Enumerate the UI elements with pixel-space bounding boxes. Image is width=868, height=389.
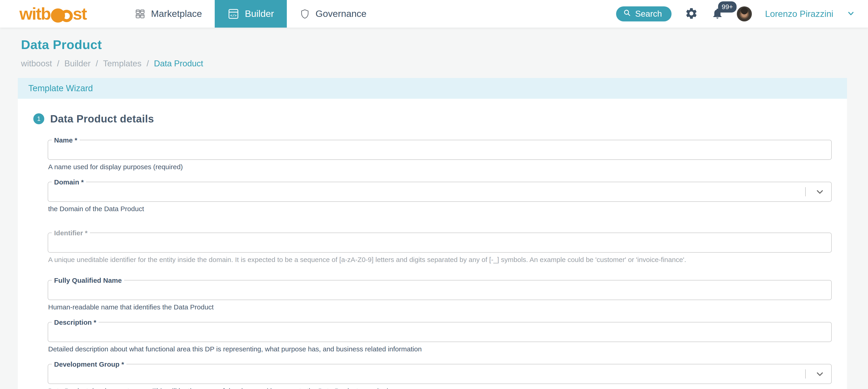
fully-qualified-name-input[interactable] [48, 281, 831, 300]
svg-text:</>: </> [230, 13, 237, 18]
development-group-select-value[interactable] [48, 364, 831, 384]
search-button[interactable]: Search [616, 6, 672, 22]
description-helper-text: Detailed description about what function… [48, 345, 832, 353]
breadcrumb: witboost / Builder / Templates / Data Pr… [21, 59, 847, 68]
breadcrumb-separator: / [147, 59, 149, 68]
builder-code-window-icon: </> [227, 8, 239, 20]
breadcrumb-witboost[interactable]: witboost [21, 59, 52, 68]
notifications-count-badge: 99+ [718, 1, 737, 12]
logo-circle-ring-icon [60, 10, 73, 22]
template-wizard-title: Template Wizard [28, 84, 93, 93]
user-name[interactable]: Lorenzo Pirazzini [765, 9, 833, 19]
witboost-logo[interactable]: witb st [20, 0, 87, 28]
logo-text-left: witb [20, 5, 51, 22]
development-group-field-label: Development Group * [52, 360, 126, 368]
search-label: Search [635, 9, 662, 19]
nav-item-builder[interactable]: </> Builder [215, 0, 287, 28]
fully-qualified-name-input-box: Fully Qualified Name [48, 280, 832, 300]
field-group-fully-qualified-name: Fully Qualified Name Human-readable name… [48, 280, 832, 312]
top-navbar: witb st Marketplace </> [0, 0, 868, 28]
wizard-card: 1 Data Product details Name * A name use… [18, 99, 847, 389]
name-helper-text: A name used for display purposes (requir… [48, 163, 832, 171]
identifier-field-label: Identifier * [52, 229, 90, 237]
nav-label-governance: Governance [316, 8, 367, 19]
domain-field-label: Domain * [52, 178, 86, 186]
main-content: Data Product witboost / Builder / Templa… [0, 37, 868, 389]
page-title: Data Product [21, 37, 847, 52]
breadcrumb-builder[interactable]: Builder [64, 59, 91, 68]
development-group-select[interactable]: Development Group * [48, 364, 832, 384]
field-group-development-group: Development Group * Data Product develop… [48, 364, 832, 389]
search-icon [623, 9, 631, 19]
form-fields: Name * A name used for display purposes … [48, 140, 832, 389]
user-menu-button[interactable] [846, 9, 855, 19]
identifier-input-box: Identifier * [48, 233, 832, 253]
description-input-box: Description * [48, 322, 832, 342]
name-field-label: Name * [52, 136, 80, 144]
nav-label-marketplace: Marketplace [151, 8, 202, 19]
nav-item-governance[interactable]: Governance [287, 0, 379, 28]
development-group-helper-text: Data Product development group. This wil… [48, 387, 832, 389]
fully-qualified-name-helper-text: Human-readable name that identifies the … [48, 303, 832, 312]
chevron-down-icon [846, 9, 855, 19]
identifier-input [48, 233, 831, 252]
field-group-description: Description * Detailed description about… [48, 322, 832, 353]
domain-helper-text: the Domain of the Data Product [48, 204, 832, 213]
step-title: Data Product details [50, 112, 154, 125]
gear-icon [685, 7, 698, 21]
field-group-identifier: Identifier * A unique uneditable identif… [48, 233, 832, 264]
marketplace-grid-icon [135, 8, 146, 20]
template-wizard-header: Template Wizard [18, 78, 847, 99]
breadcrumb-current: Data Product [154, 59, 203, 68]
settings-button[interactable] [685, 7, 698, 21]
description-input[interactable] [48, 322, 831, 342]
navbar-right-actions: Search 99+ Lorenzo Pirazzini [616, 0, 855, 28]
nav-label-builder: Builder [245, 8, 274, 19]
step-header: 1 Data Product details [33, 112, 847, 125]
name-input[interactable] [48, 140, 831, 159]
domain-select[interactable]: Domain * [48, 182, 832, 202]
nav-item-marketplace[interactable]: Marketplace [122, 0, 215, 28]
description-field-label: Description * [52, 319, 99, 326]
identifier-helper-text: A unique uneditable identifier for the e… [48, 255, 832, 264]
breadcrumb-templates[interactable]: Templates [103, 59, 142, 68]
user-avatar[interactable] [737, 6, 752, 22]
breadcrumb-separator: / [57, 59, 59, 68]
fully-qualified-name-field-label: Fully Qualified Name [52, 277, 124, 284]
domain-select-value[interactable] [48, 182, 831, 201]
governance-shield-icon [300, 9, 310, 19]
name-input-box: Name * [48, 140, 832, 160]
breadcrumb-separator: / [96, 59, 98, 68]
notifications-button[interactable]: 99+ [711, 7, 723, 20]
logo-text-right: st [73, 5, 87, 22]
primary-nav: Marketplace </> Builder Governance [122, 0, 379, 28]
field-group-name: Name * A name used for display purposes … [48, 140, 832, 171]
step-number-badge: 1 [33, 113, 44, 124]
field-group-domain: Domain * the Domain of the Data Product [48, 182, 832, 213]
